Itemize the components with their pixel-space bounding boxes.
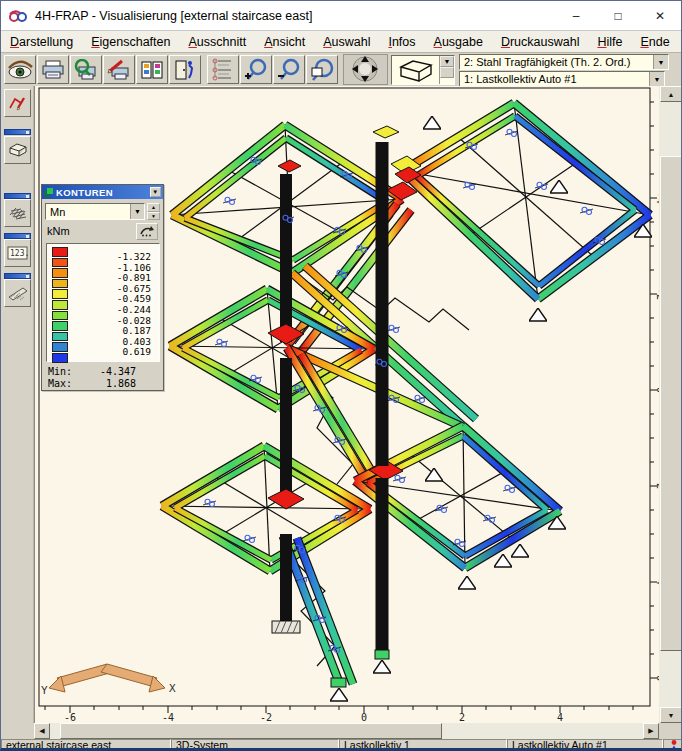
print-edit-icon (106, 59, 132, 81)
scale-swatch (52, 311, 68, 321)
scroll-up-icon[interactable]: ▲ (660, 86, 682, 102)
scale-value: -0.244 (75, 305, 151, 316)
konturen-titlebar[interactable]: KONTUREN ▼ (42, 185, 163, 199)
max-value: 1.868 (78, 378, 136, 389)
chevron-down-icon[interactable]: ▼ (653, 55, 668, 69)
app-logo-icon (9, 8, 27, 24)
menu-auswahl[interactable]: Auswahl (314, 33, 379, 51)
view-cube-dropdown[interactable]: ▼ (439, 56, 454, 84)
chevron-down-icon[interactable]: ▼ (649, 72, 664, 86)
status-project: external staircase east (1, 739, 171, 751)
horizontal-scrollbar[interactable]: ◀ ▶ (34, 723, 659, 739)
quantity-combo[interactable]: Mn ▼ (45, 203, 145, 220)
print-edit-button[interactable] (103, 55, 135, 84)
scale-value: 0.619 (75, 347, 151, 358)
zoom-in-button[interactable] (240, 55, 272, 84)
member-results-button[interactable] (4, 279, 31, 307)
min-value: -4.347 (78, 366, 136, 377)
scale-swatch (52, 342, 68, 352)
view-cube-icon (397, 58, 435, 82)
status-loadcollective: Lastkollektiv Auto #1 (507, 739, 663, 751)
mesh-button[interactable] (4, 199, 31, 227)
pan-control[interactable] (343, 54, 388, 85)
print-button[interactable] (37, 55, 69, 84)
model-tree-icon (211, 58, 235, 82)
scroll-right-icon[interactable]: ▶ (643, 723, 659, 739)
edit-geometry-button[interactable] (4, 89, 31, 117)
pan-icon (345, 55, 386, 84)
scale-swatch (52, 353, 68, 363)
menu-ende[interactable]: Ende (631, 33, 678, 51)
left-sidebar: 123. (1, 86, 34, 723)
bottom-ruler-labels: -6 -4 -2 0 2 4 (64, 712, 563, 723)
flip-scale-button[interactable] (136, 223, 158, 240)
menu-druckauswahl[interactable]: Druckauswahl (492, 33, 589, 51)
close-button[interactable]: ✕ (639, 1, 681, 30)
fixed-support (272, 621, 300, 633)
model-tree-button[interactable] (207, 55, 239, 84)
scale-swatch (52, 258, 68, 268)
model-view-canvas[interactable]: -6 -4 -2 0 2 4 -4 -2 0 2 4 6 (34, 86, 659, 723)
scroll-down-icon[interactable]: ▼ (660, 707, 682, 723)
app-window: 4H-FRAP - Visualisierung [external stair… (0, 0, 682, 751)
axes-indicator: Y X (41, 664, 176, 697)
vscroll-thumb[interactable] (660, 156, 682, 651)
collapsed-panel-bar[interactable] (4, 129, 31, 135)
y-axis-label: Y (41, 684, 48, 697)
unit-label: kNm (47, 225, 70, 237)
scroll-left-icon[interactable]: ◀ (34, 723, 50, 739)
svg-text:123.: 123. (10, 249, 28, 258)
box-3d-icon (8, 142, 28, 158)
svg-text:-2: -2 (260, 712, 272, 723)
exit-button[interactable] (169, 55, 201, 84)
report-book-icon (140, 60, 164, 80)
svg-text:2: 2 (459, 712, 465, 723)
menu-ausschnitt[interactable]: Ausschnitt (179, 33, 255, 51)
platform-mid-left (170, 289, 374, 409)
menu-ansicht[interactable]: Ansicht (255, 33, 314, 51)
svg-text:-4: -4 (162, 712, 174, 723)
analysis-combo[interactable]: 2: Stahl Tragfähigkeit (Th. 2. Ord.) ▼ (459, 54, 669, 70)
status-loadcase: Lastkollektiv 1 (339, 739, 507, 751)
zoom-window-button[interactable] (306, 55, 338, 84)
eye-button[interactable] (4, 55, 36, 84)
view-cube-selector[interactable]: ▼ (391, 55, 455, 85)
menu-ausgabe[interactable]: Ausgabe (425, 33, 492, 51)
print-icon (41, 60, 65, 80)
scale-swatch (52, 247, 68, 257)
polyline-pencil-icon (8, 94, 27, 113)
minimize-button[interactable]: – (555, 1, 597, 30)
scale-swatch (52, 300, 68, 310)
hscroll-thumb[interactable] (60, 723, 442, 739)
hatched-beam-icon (7, 285, 29, 301)
print-preview-button[interactable] (70, 55, 102, 84)
chevron-down-icon[interactable]: ▼ (130, 204, 144, 219)
scale-swatch (52, 279, 68, 289)
maximize-button[interactable]: □ (597, 1, 639, 30)
view-3d-button[interactable] (4, 136, 31, 164)
konturen-panel[interactable]: KONTUREN ▼ Mn ▼ ▲▼ kNm (41, 184, 164, 391)
load-combo[interactable]: 1: Lastkollektiv Auto #1 ▼ (459, 71, 665, 87)
quantity-spinner[interactable]: ▲▼ (147, 203, 160, 220)
status-app-icon (670, 740, 678, 751)
menu-hilfe[interactable]: Hilfe (588, 33, 631, 51)
menu-darstellung[interactable]: Darstellung (1, 33, 82, 51)
scale-swatch (52, 332, 68, 342)
status-bar: external staircase east 3D-System Lastko… (1, 739, 682, 751)
vertical-scrollbar[interactable]: ▲ ▼ (659, 86, 682, 723)
flip-arrow-icon (139, 225, 155, 237)
print-preview-icon (73, 59, 99, 81)
report-book-button[interactable] (136, 55, 168, 84)
numbering-button[interactable]: 123. (4, 239, 31, 267)
menu-eigenschaften[interactable]: Eigenschaften (82, 33, 179, 51)
window-title: 4H-FRAP - Visualisierung [external stair… (35, 9, 312, 23)
zoom-out-button[interactable] (273, 55, 305, 84)
rollup-button[interactable]: ▼ (150, 187, 161, 197)
svg-text:4: 4 (557, 712, 563, 723)
platform-bottom-left (162, 446, 370, 571)
scrollbar-corner (659, 723, 682, 739)
scale-swatch (52, 321, 68, 331)
menu-infos[interactable]: Infos (379, 33, 424, 51)
color-scale: -1.322 -1.106 -0.891 -0.675 -0.459 -0.24… (46, 243, 160, 362)
x-axis-label: X (169, 682, 176, 695)
